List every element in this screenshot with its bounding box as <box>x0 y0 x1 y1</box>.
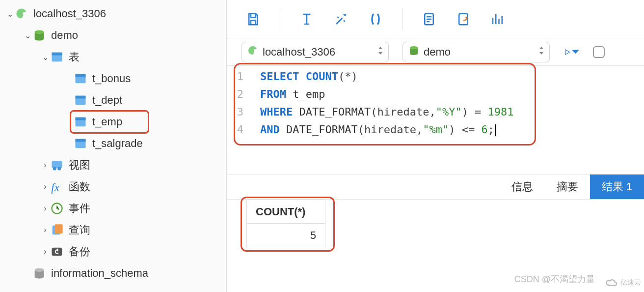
kw-where: WHERE <box>260 106 293 118</box>
result-header[interactable]: COUNT(*) <box>247 200 325 224</box>
line-number: 2 <box>227 86 243 103</box>
export-button[interactable] <box>456 11 471 27</box>
code-text: ) <= <box>449 123 481 136</box>
kw-from: FROM <box>260 88 286 100</box>
line-number: 3 <box>227 103 243 121</box>
table-icon <box>74 137 87 150</box>
events-folder[interactable]: › 事件 <box>0 198 226 219</box>
events-label: 事件 <box>69 201 90 216</box>
database-selector[interactable]: demo <box>402 42 550 62</box>
text-cursor <box>495 124 496 136</box>
views-folder[interactable]: › 视图 <box>0 154 226 176</box>
backups-icon <box>50 245 64 259</box>
database-node-information_schema[interactable]: › information_schema <box>0 263 226 284</box>
functions-folder[interactable]: › fx 函数 <box>0 176 226 198</box>
toolbar-divider <box>402 8 402 30</box>
backups-label: 备份 <box>69 244 90 259</box>
result-cell[interactable]: 5 <box>247 224 325 247</box>
stepper-icon[interactable] <box>377 46 383 58</box>
database-label: information_schema <box>51 267 148 280</box>
svg-rect-11 <box>52 161 62 168</box>
result-table[interactable]: COUNT(*) 5 <box>246 200 325 247</box>
connection-label: localhost_3306 <box>33 7 106 20</box>
chevron-down-icon[interactable]: ⌄ <box>40 53 50 62</box>
table-label: t_dept <box>92 94 122 107</box>
tables-label: 表 <box>69 50 80 64</box>
toolbar <box>227 0 644 38</box>
code-string: "%Y" <box>436 106 462 118</box>
database-icon <box>32 266 46 280</box>
result-tabs: 信息 摘要 结果 1 <box>227 174 644 200</box>
database-node-demo[interactable]: ⌄ demo <box>0 25 226 46</box>
chevron-right-icon[interactable]: › <box>40 226 50 234</box>
table-label: t_bonus <box>92 72 131 85</box>
database-label: demo <box>51 29 78 42</box>
stepper-icon[interactable] <box>538 46 544 58</box>
editor-code[interactable]: SELECT COUNT(*) FROM t_emp WHERE DATE_FO… <box>252 68 514 139</box>
editor-gutter: 1 2 3 4 <box>227 68 252 139</box>
svg-rect-2 <box>52 53 62 56</box>
tab-info[interactable]: 信息 <box>500 175 545 199</box>
code-text: DATE_FORMAT <box>293 106 371 118</box>
code-text: ; <box>488 123 494 136</box>
chevron-down-icon[interactable]: ⌄ <box>23 31 32 40</box>
table-t_bonus[interactable]: t_bonus <box>0 68 226 89</box>
chevron-right-icon[interactable]: › <box>40 161 50 170</box>
table-icon <box>74 93 87 107</box>
connection-icon <box>15 7 28 21</box>
queries-folder[interactable]: › 查询 <box>0 219 226 241</box>
svg-text:fx: fx <box>51 181 59 194</box>
code-text: DATE_FORMAT <box>280 123 358 136</box>
selectors-row: localhost_3306 demo <box>227 38 644 66</box>
kw-and: AND <box>260 123 280 136</box>
sql-editor[interactable]: 1 2 3 4 SELECT COUNT(*) FROM t_emp WHERE… <box>227 66 644 139</box>
functions-label: 函数 <box>69 179 90 194</box>
queries-label: 查询 <box>69 223 90 237</box>
beautify-button[interactable] <box>333 11 349 27</box>
plan-button[interactable] <box>421 11 437 27</box>
svg-point-22 <box>410 46 418 49</box>
table-t_dept[interactable]: t_dept <box>0 89 226 111</box>
views-icon <box>50 158 64 172</box>
table-t_salgrade[interactable]: t_salgrade <box>0 133 226 154</box>
save-button[interactable] <box>245 11 261 27</box>
functions-icon: fx <box>50 180 64 194</box>
table-label: t_salgrade <box>92 137 143 150</box>
code-text: (hiredate, <box>358 123 423 136</box>
connection-selector-label: localhost_3306 <box>263 46 374 58</box>
toolbar-divider <box>280 8 280 30</box>
analyze-button[interactable] <box>490 11 506 27</box>
svg-rect-8 <box>76 117 86 120</box>
chevron-right-icon[interactable]: › <box>40 204 50 213</box>
code-text: ) = <box>462 106 488 118</box>
database-icon <box>32 29 46 42</box>
checkbox[interactable] <box>593 46 605 58</box>
table-t_emp[interactable]: t_emp <box>0 111 226 133</box>
run-button[interactable] <box>564 44 579 60</box>
kw-count: COUNT <box>306 70 338 83</box>
events-icon <box>50 202 64 215</box>
queries-icon <box>50 223 64 237</box>
connection-node[interactable]: ⌄ localhost_3306 <box>0 3 226 25</box>
svg-rect-10 <box>76 139 86 142</box>
svg-rect-6 <box>76 96 86 99</box>
database-selector-label: demo <box>424 46 535 58</box>
backups-folder[interactable]: › 备份 <box>0 241 226 263</box>
tab-result-1[interactable]: 结果 1 <box>590 175 644 199</box>
line-number: 4 <box>227 121 243 139</box>
chevron-right-icon[interactable]: › <box>40 182 50 191</box>
connection-selector[interactable]: localhost_3306 <box>242 42 389 62</box>
chevron-down-icon[interactable]: ⌄ <box>5 9 15 19</box>
tables-folder[interactable]: ⌄ 表 <box>0 46 226 68</box>
code-string: "%m" <box>423 123 449 136</box>
tab-summary[interactable]: 摘要 <box>545 175 590 199</box>
svg-point-0 <box>35 30 44 34</box>
code-number: 6 <box>481 123 487 136</box>
chevron-right-icon[interactable]: › <box>40 247 50 256</box>
svg-point-12 <box>53 167 56 171</box>
parens-button[interactable] <box>368 11 383 27</box>
views-label: 视图 <box>69 158 90 173</box>
format-button[interactable] <box>299 11 315 27</box>
svg-point-13 <box>57 167 61 171</box>
svg-point-19 <box>35 268 44 272</box>
